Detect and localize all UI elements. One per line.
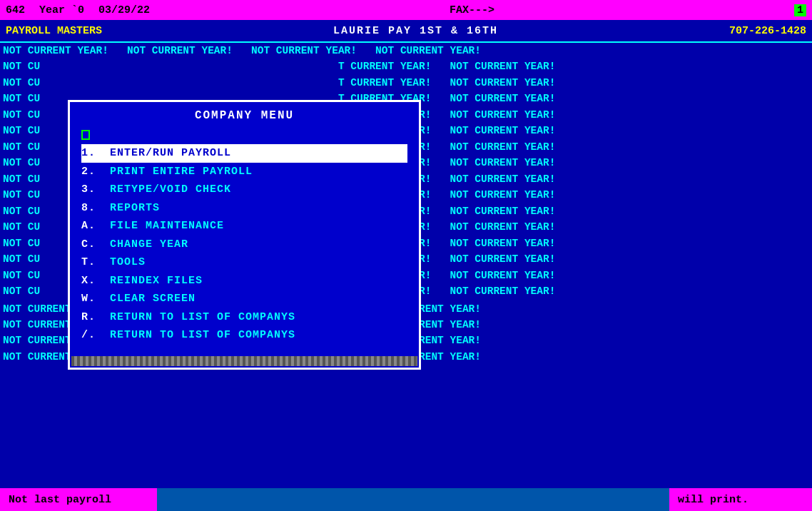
modal-title: COMPANY MENU xyxy=(70,102,419,128)
bg-row: NOT CU T CURRENT YEAR! NOT CURRENT YEAR! xyxy=(0,59,812,74)
menu-item-8[interactable]: 8. REPORTS xyxy=(81,199,407,218)
session-id: 642 xyxy=(6,4,25,16)
bg-row: NOT CU T CURRENT YEAR! NOT CURRENT YEAR! xyxy=(0,75,812,91)
menu-item-w[interactable]: W. CLEAR SCREEN xyxy=(81,290,407,308)
menu-item-2[interactable]: 2. PRINT ENTIRE PAYROLL xyxy=(81,163,407,181)
cursor-box xyxy=(81,130,90,140)
menu-item-t[interactable]: T. TOOLS xyxy=(81,253,407,272)
bg-row: NOT CURRENT YEAR! NOT CURRENT YEAR! NOT … xyxy=(0,43,812,59)
menu-item-key-2: 2. xyxy=(81,166,96,178)
menu-item-x[interactable]: X. REINDEX FILES xyxy=(81,272,407,290)
menu-item-key-w: W. xyxy=(81,293,96,305)
cursor-line xyxy=(70,128,419,144)
status-left-text: Not last payroll xyxy=(9,494,111,506)
menu-item-c[interactable]: C. CHANGE YEAR xyxy=(81,236,407,254)
year-label: Year `0 xyxy=(39,4,84,16)
menu-item-key-slash: /. xyxy=(81,329,96,341)
menu-item-key-c: C. xyxy=(81,238,96,251)
menu-item-a[interactable]: A. FILE MAINTENANCE xyxy=(81,217,407,236)
modal-scrollbar[interactable] xyxy=(71,356,417,366)
phone-number: 707-226-1428 xyxy=(729,25,806,37)
date-display: 03/29/22 xyxy=(98,4,150,16)
menu-item-r[interactable]: R. RETURN TO LIST OF COMPANYS xyxy=(81,308,407,327)
company-menu-modal: COMPANY MENU 1. ENTER/RUN PAYROLL 2. PRI… xyxy=(68,100,421,370)
status-right-text: will print. xyxy=(678,494,748,506)
menu-item-1[interactable]: 1. ENTER/RUN PAYROLL xyxy=(81,144,407,163)
menu-item-key-1: 1. xyxy=(81,147,96,159)
menu-item-key-8: 8. xyxy=(81,202,96,214)
status-bar: Not last payroll will print. xyxy=(0,488,812,511)
status-right: will print. xyxy=(669,488,812,511)
menu-items-list: 1. ENTER/RUN PAYROLL 2. PRINT ENTIRE PAY… xyxy=(70,144,419,353)
menu-item-key-r: R. xyxy=(81,311,96,323)
status-middle xyxy=(157,488,669,511)
second-bar: PAYROLL MASTERS LAURIE PAY 1ST & 16TH 70… xyxy=(0,20,812,43)
menu-item-3[interactable]: 3. RETYPE/VOID CHECK xyxy=(81,181,407,199)
top-bar: 642 Year `0 03/29/22 FAX---> 1 xyxy=(0,0,812,20)
module-title: PAYROLL MASTERS xyxy=(6,25,102,37)
menu-item-key-3: 3. xyxy=(81,183,96,196)
menu-item-key-x: X. xyxy=(81,275,96,287)
menu-item-key-a: A. xyxy=(81,220,96,232)
status-left: Not last payroll xyxy=(0,488,157,511)
menu-item-key-t: T. xyxy=(81,256,96,268)
menu-item-slash[interactable]: /. RETURN TO LIST OF COMPANYS xyxy=(81,326,407,345)
company-info: LAURIE PAY 1ST & 16TH xyxy=(333,25,498,37)
fax-label: FAX---> xyxy=(450,4,494,16)
corner-number: 1 xyxy=(794,4,806,16)
